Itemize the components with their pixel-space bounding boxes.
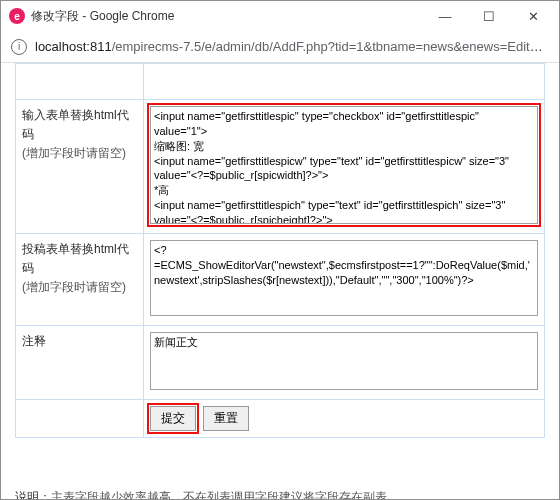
page-content: 输入表单替换html代码 (增加字段时请留空) 投稿表单替换html代码 (增加… <box>1 63 559 483</box>
row2-sub: (增加字段时请留空) <box>22 278 137 297</box>
window-titlebar: e 修改字段 - Google Chrome — ☐ ✕ <box>1 1 559 31</box>
row2-label: 投稿表单替换html代码 (增加字段时请留空) <box>16 234 144 326</box>
row3-cell <box>144 326 545 400</box>
row2-cell <box>144 234 545 326</box>
row3-label-text: 注释 <box>22 332 137 351</box>
minimize-button[interactable]: — <box>423 1 467 31</box>
maximize-button[interactable]: ☐ <box>467 1 511 31</box>
row3-label: 注释 <box>16 326 144 400</box>
close-button[interactable]: ✕ <box>511 1 555 31</box>
row1-sub: (增加字段时请留空) <box>22 144 137 163</box>
url-text: localhost:811/empirecms-7.5/e/admin/db/A… <box>35 39 549 54</box>
form-table: 输入表单替换html代码 (增加字段时请留空) 投稿表单替换html代码 (增加… <box>15 63 545 438</box>
footer-note: 说明：主表字段越少效率越高，不在列表调用字段建议将字段存在副表。 <box>1 483 559 500</box>
reset-button[interactable]: 重置 <box>203 406 249 431</box>
site-info-icon[interactable]: i <box>11 39 27 55</box>
prev-row-left <box>16 64 144 100</box>
submit-html-textarea[interactable] <box>150 240 538 316</box>
input-html-textarea[interactable] <box>150 106 538 224</box>
prev-row-right <box>144 64 545 100</box>
row1-cell <box>144 100 545 234</box>
buttons-left <box>16 400 144 438</box>
comment-textarea[interactable] <box>150 332 538 390</box>
window-title: 修改字段 - Google Chrome <box>31 8 423 25</box>
row1-label-text: 输入表单替换html代码 <box>22 106 137 144</box>
app-icon: e <box>9 8 25 24</box>
address-bar[interactable]: i localhost:811/empirecms-7.5/e/admin/db… <box>1 31 559 63</box>
submit-button[interactable]: 提交 <box>150 406 196 431</box>
row1-label: 输入表单替换html代码 (增加字段时请留空) <box>16 100 144 234</box>
row2-label-text: 投稿表单替换html代码 <box>22 240 137 278</box>
buttons-cell: 提交 重置 <box>144 400 545 438</box>
